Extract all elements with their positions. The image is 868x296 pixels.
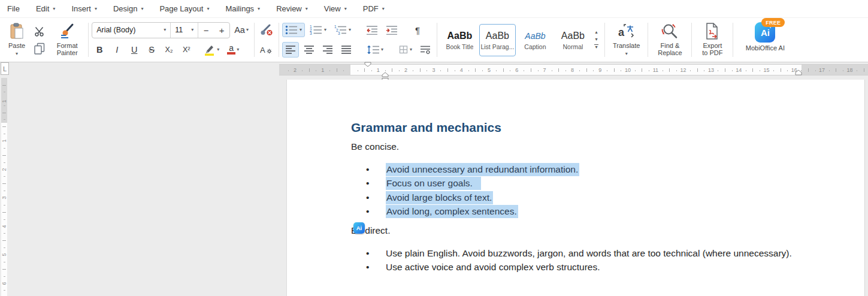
chevron-down-icon: ▾ — [344, 7, 347, 11]
style-list-paragraph[interactable]: AaBb List Parag... — [479, 24, 516, 56]
subscript-button[interactable]: X₂ — [161, 42, 177, 58]
ruler-tick — [309, 68, 310, 72]
highlight-color-button[interactable]: ▾ — [201, 42, 222, 58]
document-page[interactable]: Grammar and mechanics Be concise. Avoid … — [286, 80, 865, 296]
menu-label: Page Layout — [159, 4, 203, 13]
export-pdf-icon — [704, 22, 720, 41]
style-sample: AaBb — [525, 29, 545, 43]
menu-insert[interactable]: Insert▾ — [71, 4, 97, 13]
multilevel-list-button[interactable]: 123 ▾ — [331, 23, 354, 37]
scissors-icon — [34, 26, 45, 37]
change-case-button[interactable]: Aa ▾ — [232, 22, 251, 38]
font-size-select[interactable]: 11 ▾ — [170, 23, 198, 38]
bullet-list-button[interactable]: ▾ — [282, 23, 305, 37]
menu-bar: File Edit▾ Insert▾ Design▾ Page Layout▾ … — [0, 0, 868, 18]
menu-label: PDF — [363, 4, 379, 13]
bullet-item: Use plain English. Avoid buzzwords, jarg… — [351, 247, 802, 261]
ruler-tick — [343, 70, 344, 71]
style-label: Caption — [524, 43, 546, 51]
style-gallery-more-button[interactable]: ▾ — [594, 44, 598, 50]
find-replace-button[interactable]: Find & Replace — [651, 18, 688, 62]
bullet-list: Use plain English. Avoid buzzwords, jarg… — [351, 247, 802, 274]
numbered-list-button[interactable]: 123 ▾ — [307, 23, 329, 37]
font-size-decrease-button[interactable]: − — [198, 25, 214, 35]
mobioffice-ai-button[interactable]: Ai + FREE MobiOffice AI — [736, 18, 794, 62]
borders-button[interactable]: ▾ — [395, 43, 415, 57]
ruler-tick — [593, 70, 594, 71]
style-label: Book Title — [446, 43, 473, 51]
svg-text:3: 3 — [310, 31, 312, 35]
font-size-increase-button[interactable]: + — [214, 25, 229, 35]
style-gallery-down-button[interactable]: ▾ — [594, 37, 598, 42]
ruler-page-area — [350, 65, 802, 75]
style-sample: AaBb — [447, 29, 473, 43]
ruler-tick — [4, 290, 5, 291]
ruler-tick — [524, 70, 524, 71]
selected-bullet-list: Avoid unnecessary and redundant informat… — [351, 162, 802, 218]
show-formatting-marks-button[interactable]: ¶ — [410, 22, 425, 38]
line-spacing-button[interactable]: ▾ — [364, 43, 386, 57]
character-settings-button[interactable]: A — [258, 42, 274, 58]
bold-button[interactable]: B — [92, 42, 107, 58]
style-normal[interactable]: AaBb Normal — [555, 24, 591, 56]
ruler-tick — [676, 70, 677, 71]
style-book-title[interactable]: AaBb Book Title — [441, 24, 478, 56]
ruler-tick — [642, 68, 642, 72]
cut-button[interactable] — [32, 25, 47, 39]
ruler-tick — [510, 70, 510, 71]
mobioffice-ai-icon: Ai + FREE — [755, 22, 775, 43]
paste-button[interactable]: Paste▾ — [4, 18, 30, 62]
ruler-tick — [364, 68, 365, 72]
copy-icon — [34, 43, 46, 55]
ruler-tick — [746, 70, 746, 71]
ruler-tick — [468, 70, 469, 71]
ruler-tick — [635, 70, 636, 71]
ruler-tick — [801, 70, 802, 71]
ruler-tick — [302, 70, 303, 71]
menu-mailings[interactable]: Mailings▾ — [225, 4, 260, 13]
menu-design[interactable]: Design▾ — [113, 4, 143, 13]
tab-stop-selector[interactable]: L — [1, 62, 9, 75]
strikethrough-button[interactable]: S — [144, 42, 159, 58]
ruler-tick: 18 — [846, 67, 852, 73]
underline-button[interactable]: U — [126, 42, 142, 58]
style-caption[interactable]: AaBb Caption — [517, 24, 554, 56]
chevron-down-icon: ▾ — [141, 7, 143, 11]
copy-button[interactable] — [32, 41, 47, 56]
menu-pdf[interactable]: PDF▾ — [363, 4, 385, 13]
paragraph-settings-button[interactable] — [417, 42, 434, 58]
gear-icon — [267, 49, 272, 54]
ruler-tick — [2, 155, 6, 156]
doc-paragraph-intro: Be concise. — [351, 142, 802, 152]
translate-button[interactable]: a Translate▾ — [608, 18, 645, 62]
superscript-button[interactable]: X² — [179, 42, 194, 58]
chevron-down-icon: ▾ — [258, 7, 260, 11]
style-gallery-up-button[interactable]: ▴ — [594, 30, 598, 35]
menu-view[interactable]: View▾ — [324, 4, 347, 13]
chevron-down-icon: ▾ — [410, 47, 412, 52]
justify-button[interactable] — [338, 42, 355, 58]
ai-assistant-button[interactable]: Ai — [353, 222, 365, 234]
clear-formatting-icon — [260, 24, 273, 36]
format-painter-button[interactable]: Format Painter — [49, 18, 85, 62]
increase-indent-button[interactable] — [383, 22, 401, 38]
align-center-button[interactable] — [301, 42, 317, 58]
decrease-indent-button[interactable] — [363, 22, 381, 38]
italic-button[interactable]: I — [109, 42, 125, 58]
menu-review[interactable]: Review▾ — [276, 4, 308, 13]
font-color-button[interactable]: a ▾ — [224, 43, 242, 57]
font-family-select[interactable]: Arial (Body) ▾ — [92, 23, 170, 38]
first-line-indent-marker[interactable] — [364, 62, 371, 67]
export-pdf-button[interactable]: Export to PDF — [695, 18, 730, 62]
chevron-down-icon: ▾ — [53, 7, 55, 11]
menu-page-layout[interactable]: Page Layout▾ — [159, 4, 209, 13]
align-left-button[interactable] — [282, 42, 299, 58]
style-label: Normal — [563, 43, 583, 51]
menu-edit[interactable]: Edit▾ — [36, 4, 55, 13]
align-right-button[interactable] — [319, 42, 336, 58]
align-center-icon — [303, 45, 315, 55]
menu-file[interactable]: File — [7, 4, 20, 13]
paste-label: Paste — [8, 42, 25, 49]
clear-formatting-button[interactable] — [258, 22, 276, 38]
ruler-tick: 8 — [571, 67, 574, 73]
